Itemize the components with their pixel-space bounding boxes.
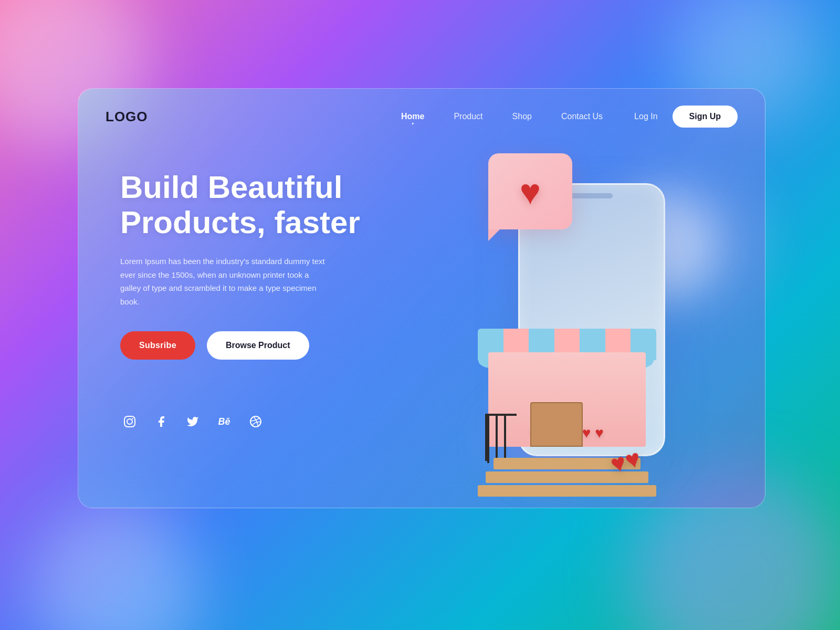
nav-link-contact[interactable]: Contact Us — [561, 112, 603, 121]
main-card: LOGO Home Product Shop Contact Us Log In… — [78, 88, 765, 508]
instagram-icon[interactable] — [120, 412, 139, 431]
nav-link-home[interactable]: Home — [401, 112, 424, 121]
navbar: LOGO Home Product Shop Contact Us Log In… — [78, 89, 765, 128]
nav-link-shop[interactable]: Shop — [512, 112, 532, 121]
login-button[interactable]: Log In — [634, 112, 657, 121]
phone-notch — [571, 193, 613, 198]
svg-point-2 — [132, 418, 133, 419]
hero-title-line1: Build Beautiful — [120, 170, 342, 205]
hero-buttons: Subsribe Browse Product — [120, 331, 372, 360]
nav-link-product[interactable]: Product — [454, 112, 482, 121]
twitter-icon[interactable] — [183, 412, 202, 431]
bg-blob-bottomleft — [32, 504, 200, 630]
svg-point-1 — [127, 419, 132, 424]
dribbble-icon[interactable] — [246, 412, 265, 431]
nav-auth: Log In Sign Up — [634, 106, 738, 128]
logo: LOGO — [106, 109, 148, 125]
svg-rect-0 — [124, 416, 135, 427]
social-icons: Bē — [78, 412, 765, 431]
shop-step-3 — [478, 485, 656, 497]
hero-title: Build Beautiful Products, faster — [120, 170, 372, 240]
browse-product-button[interactable]: Browse Product — [207, 331, 309, 360]
signup-button[interactable]: Sign Up — [673, 106, 738, 128]
hero-section: Build Beautiful Products, faster Lorem I… — [78, 128, 372, 360]
hero-description: Lorem Ipsum has been the industry's stan… — [120, 255, 330, 308]
facebook-icon[interactable] — [152, 412, 171, 431]
hero-title-line2: Products, faster — [120, 205, 360, 240]
hero-illustration: ♥ — [439, 99, 744, 508]
behance-icon[interactable]: Bē — [215, 412, 234, 431]
heart-bubble: ♥ — [488, 153, 572, 229]
heart-icon: ♥ — [520, 174, 541, 209]
subscribe-button[interactable]: Subsribe — [120, 331, 195, 360]
nav-links: Home Product Shop Contact Us — [401, 112, 603, 121]
